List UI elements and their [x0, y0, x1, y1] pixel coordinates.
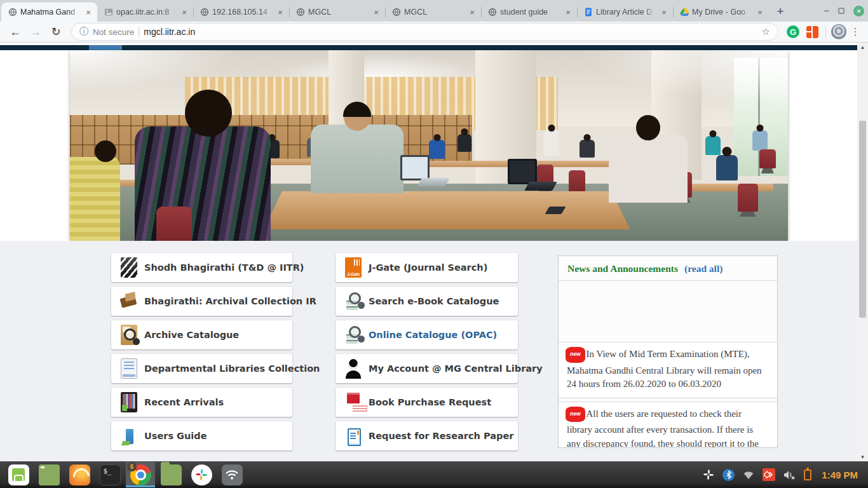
image-placeholder-icon [104, 7, 114, 17]
read-all-link[interactable]: (read all) [684, 263, 722, 274]
mint-logo-icon [8, 464, 29, 485]
bluetooth-icon[interactable] [722, 469, 735, 481]
orange-extension-icon[interactable] [804, 24, 820, 40]
kiosk-icon [121, 358, 137, 379]
tab-close-icon[interactable]: × [659, 7, 669, 17]
news-title: News and Announcements [567, 263, 678, 274]
google-docs-icon [583, 7, 593, 17]
files-launcher[interactable] [156, 462, 186, 487]
link-shodh-bhagirathi[interactable]: Shodh Bhagirathi (T&D @ IITR) [111, 253, 292, 282]
thesis-icon [121, 257, 137, 278]
quick-links-left-column: Shodh Bhagirathi (T&D @ IITR) Bhagirathi… [111, 253, 292, 455]
window-controls: − × [824, 0, 864, 22]
chrome-task-active[interactable]: 6 [126, 462, 155, 487]
browser-toolbar: ← → ↻ ⓘ Not secure mgcl.iitr.ac.in ☆ G ⋮ [0, 22, 868, 43]
slack-launcher[interactable] [187, 462, 216, 487]
new-badge: new [567, 407, 584, 423]
network-tool-launcher[interactable] [217, 462, 247, 487]
mint-menu-button[interactable] [4, 462, 33, 487]
slack-tray-icon[interactable] [703, 469, 714, 480]
tab-opac[interactable]: opac.iitr.ac.in:8 × [97, 3, 193, 22]
globe-icon [8, 7, 18, 17]
taskbar-clock[interactable]: 1:49 PM [822, 470, 858, 480]
scrollbar-thumb[interactable] [859, 121, 866, 318]
tab-student-guide[interactable]: student guide × [481, 3, 577, 22]
show-desktop-button[interactable] [34, 462, 64, 487]
link-opac[interactable]: Online Catalogue (OPAC) [336, 320, 518, 349]
browser-menu-icon[interactable]: ⋮ [849, 26, 862, 37]
bookmark-star-icon[interactable]: ☆ [762, 26, 770, 37]
toolbar-divider [825, 26, 826, 37]
link-departmental-libraries[interactable]: Departmental Libraries Collection [111, 354, 292, 383]
volume-muted-icon[interactable] [783, 470, 796, 480]
taskbar: $_ 6 1:49 PM [0, 461, 868, 488]
firefox-launcher[interactable] [65, 462, 94, 487]
scroll-down-arrow[interactable]: ▼ [857, 452, 868, 461]
url-text[interactable]: mgcl.iitr.ac.in [144, 27, 195, 37]
maximize-button[interactable] [838, 8, 844, 14]
red-book-icon [345, 392, 362, 412]
globe-icon [295, 7, 306, 17]
tab-mgcl-1[interactable]: MGCL × [289, 3, 385, 22]
link-jgate[interactable]: J-Gate J-Gate (Journal Search) [336, 253, 518, 282]
tab-mahatma-gandhi[interactable]: Mahatma Gand × [1, 3, 97, 22]
chrome-tab-count-badge: 6 [127, 462, 137, 471]
link-book-purchase[interactable]: Book Purchase Request [336, 388, 518, 417]
link-recent-arrivals[interactable]: Recent Arrivals [111, 388, 292, 417]
news-item: newIn View of Mid Term Examination (MTE)… [559, 342, 777, 398]
tab-strip: Mahatma Gand × opac.iitr.ac.in:8 × 192.1… [0, 0, 868, 22]
battery-icon[interactable] [804, 470, 811, 480]
tab-ip-address[interactable]: 192.168.105.14 × [193, 3, 289, 22]
page-scrollbar[interactable]: ▲ ▼ [857, 43, 868, 461]
new-badge: new [567, 347, 584, 363]
tab-close-icon[interactable]: × [563, 7, 573, 17]
tab-my-drive[interactable]: My Drive - Goo × [673, 3, 769, 22]
tab-close-icon[interactable]: × [371, 7, 381, 17]
page-content: Shodh Bhagirathi (T&D @ IITR) Bhagirathi… [0, 241, 857, 461]
tab-close-icon[interactable]: × [275, 7, 285, 17]
globe-icon [487, 7, 498, 17]
profile-avatar[interactable] [831, 24, 846, 39]
tab-mgcl-2[interactable]: MGCL × [385, 3, 481, 22]
grammarly-extension-icon[interactable]: G [785, 24, 801, 40]
minimize-button[interactable]: − [824, 8, 829, 14]
site-navigation-bar[interactable] [0, 45, 857, 50]
news-spacer [559, 281, 777, 342]
anydesk-icon[interactable] [763, 468, 775, 481]
archive-box-icon [121, 291, 137, 311]
link-archive-catalogue[interactable]: Archive Catalogue [111, 320, 292, 349]
network-wifi-icon[interactable] [743, 470, 754, 480]
link-bhagirathi-archival[interactable]: Bhagirathi: Archival Collection IR [111, 287, 292, 316]
photo-vignette [70, 50, 788, 241]
library-hero-photo [70, 50, 788, 241]
new-tab-button[interactable]: + [771, 3, 789, 20]
reload-button[interactable]: ↻ [47, 23, 65, 41]
tab-close-icon[interactable]: × [755, 7, 765, 17]
link-ebook-catalogue[interactable]: Search e-Book Catalogue [336, 287, 518, 316]
active-nav-item[interactable] [89, 45, 122, 50]
wifi-icon [222, 464, 243, 485]
back-button[interactable]: ← [6, 23, 24, 41]
folder-icon [161, 464, 182, 485]
terminal-launcher[interactable]: $_ [95, 462, 125, 487]
user-kiosk-icon [121, 426, 137, 446]
scroll-up-arrow[interactable]: ▲ [857, 43, 868, 51]
book-search-icon [345, 291, 362, 311]
jgate-icon: J-Gate [345, 257, 362, 278]
news-panel: News and Announcements(read all) newIn V… [558, 255, 778, 448]
close-window-button[interactable]: × [853, 6, 864, 17]
page-viewport: Shodh Bhagirathi (T&D @ IITR) Bhagirathi… [0, 43, 868, 461]
tab-close-icon[interactable]: × [467, 7, 477, 17]
tab-library-article[interactable]: Library Article D × [577, 3, 673, 22]
folder-search-icon [121, 325, 137, 345]
link-users-guide[interactable]: Users Guide [111, 421, 292, 451]
clipboard-pencil-icon [345, 426, 362, 446]
info-icon[interactable]: ⓘ [79, 26, 88, 37]
system-tray: 1:49 PM [703, 468, 864, 481]
tab-close-icon[interactable]: × [83, 7, 93, 17]
forward-button[interactable]: → [27, 23, 44, 41]
address-bar[interactable]: ⓘ Not secure mgcl.iitr.ac.in ☆ [71, 23, 778, 41]
tab-close-icon[interactable]: × [179, 7, 189, 17]
link-research-paper[interactable]: Request for Research Paper [336, 421, 518, 451]
link-my-account[interactable]: My Account @ MG Central Library [336, 354, 518, 383]
